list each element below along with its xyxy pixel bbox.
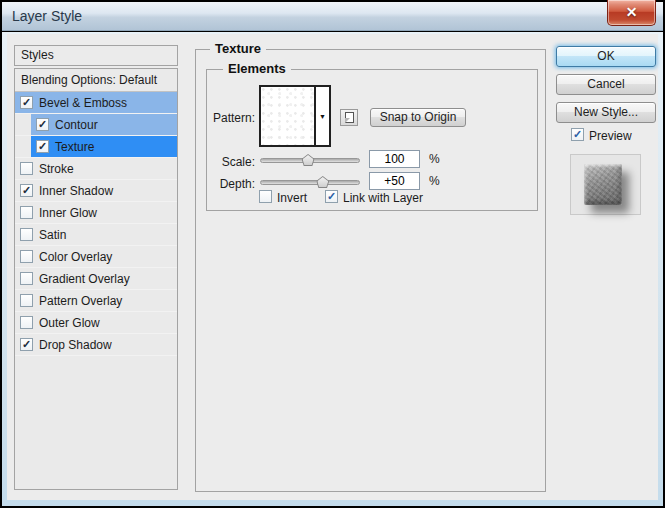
styles-item-blending-options[interactable]: Blending Options: Default bbox=[15, 69, 177, 92]
styles-item-outer-glow[interactable]: Outer Glow bbox=[15, 312, 177, 334]
style-item-checkbox[interactable]: ✓ bbox=[20, 184, 33, 197]
styles-list: Blending Options: Default ✓Bevel & Embos… bbox=[14, 68, 178, 490]
styles-item-satin[interactable]: Satin bbox=[15, 224, 177, 246]
new-style-button[interactable]: New Style... bbox=[556, 102, 656, 123]
styles-item-contour[interactable]: ✓Contour bbox=[15, 114, 177, 136]
styles-item-pattern-overlay[interactable]: Pattern Overlay bbox=[15, 290, 177, 312]
styles-item-stroke[interactable]: Stroke bbox=[15, 158, 177, 180]
texture-group-title: Texture bbox=[210, 41, 266, 56]
style-item-label: Inner Shadow bbox=[39, 184, 113, 198]
style-item-checkbox[interactable] bbox=[20, 162, 33, 175]
depth-label: Depth: bbox=[207, 177, 255, 191]
styles-item-gradient-overlay[interactable]: Gradient Overlay bbox=[15, 268, 177, 290]
styles-panel-header: Styles bbox=[14, 45, 178, 66]
snap-to-origin-button[interactable]: Snap to Origin bbox=[370, 108, 466, 127]
style-item-label: Gradient Overlay bbox=[39, 272, 130, 286]
dialog-content: Styles Blending Options: Default ✓Bevel … bbox=[7, 34, 658, 500]
style-item-checkbox[interactable] bbox=[20, 316, 33, 329]
style-item-label: Bevel & Emboss bbox=[39, 96, 127, 110]
preview-texture-square bbox=[584, 164, 622, 205]
elements-group-box: Elements Pattern: ▼ Snap to Origin Scale… bbox=[206, 69, 538, 211]
invert-checkbox[interactable] bbox=[259, 190, 272, 203]
style-item-checkbox[interactable] bbox=[20, 206, 33, 219]
style-item-checkbox[interactable] bbox=[20, 294, 33, 307]
pattern-dropdown[interactable]: ▼ bbox=[314, 87, 329, 145]
style-item-label: Satin bbox=[39, 228, 66, 242]
elements-group-title: Elements bbox=[223, 61, 291, 76]
pattern-label: Pattern: bbox=[207, 111, 255, 125]
invert-label: Invert bbox=[277, 191, 307, 205]
style-item-checkbox[interactable]: ✓ bbox=[36, 140, 49, 153]
styles-item-drop-shadow[interactable]: ✓Drop Shadow bbox=[15, 334, 177, 356]
pattern-picker[interactable]: ▼ bbox=[259, 85, 331, 147]
preview-checkbox[interactable]: ✓ bbox=[571, 128, 584, 141]
dialog-title: Layer Style bbox=[12, 8, 82, 24]
scale-unit: % bbox=[429, 152, 440, 166]
close-button[interactable]: ✕ bbox=[607, 0, 656, 26]
pattern-swatch[interactable] bbox=[261, 87, 314, 145]
styles-list-items: ✓Bevel & Emboss✓Contour✓TextureStroke✓In… bbox=[15, 92, 177, 356]
scale-value-input[interactable] bbox=[369, 150, 420, 168]
scale-label: Scale: bbox=[207, 155, 255, 169]
titlebar[interactable]: Layer Style bbox=[2, 2, 663, 31]
style-item-checkbox[interactable] bbox=[20, 228, 33, 241]
link-with-layer-checkbox[interactable]: ✓ bbox=[325, 190, 338, 203]
style-preview-thumbnail bbox=[570, 154, 641, 215]
preview-label: Preview bbox=[589, 129, 632, 143]
ok-button[interactable]: OK bbox=[556, 46, 656, 67]
style-item-checkbox[interactable]: ✓ bbox=[20, 338, 33, 351]
style-item-label: Pattern Overlay bbox=[39, 294, 122, 308]
scale-slider-thumb[interactable] bbox=[302, 154, 315, 166]
new-pattern-preset-button[interactable] bbox=[340, 109, 358, 126]
styles-item-bevel-emboss[interactable]: ✓Bevel & Emboss bbox=[15, 92, 177, 114]
depth-slider-thumb[interactable] bbox=[316, 176, 329, 188]
new-preset-icon bbox=[345, 112, 354, 123]
depth-value-input[interactable] bbox=[369, 172, 420, 190]
styles-item-color-overlay[interactable]: Color Overlay bbox=[15, 246, 177, 268]
link-with-layer-label: Link with Layer bbox=[343, 191, 423, 205]
depth-slider[interactable] bbox=[260, 180, 360, 185]
layer-style-dialog: Layer Style ✕ Styles Blending Options: D… bbox=[0, 0, 665, 508]
style-item-label: Outer Glow bbox=[39, 316, 100, 330]
styles-item-inner-glow[interactable]: Inner Glow bbox=[15, 202, 177, 224]
style-item-label: Contour bbox=[55, 118, 98, 132]
styles-item-inner-shadow[interactable]: ✓Inner Shadow bbox=[15, 180, 177, 202]
scale-slider[interactable] bbox=[260, 158, 360, 163]
dropdown-arrow-icon: ▼ bbox=[319, 113, 326, 120]
style-item-label: Stroke bbox=[39, 162, 74, 176]
style-item-label: Drop Shadow bbox=[39, 338, 112, 352]
texture-group-box: Texture Elements Pattern: ▼ Snap to Orig… bbox=[195, 49, 546, 492]
cancel-button[interactable]: Cancel bbox=[556, 74, 656, 95]
close-icon: ✕ bbox=[626, 4, 638, 20]
style-item-label: Inner Glow bbox=[39, 206, 97, 220]
style-item-checkbox[interactable]: ✓ bbox=[20, 96, 33, 109]
style-item-label: Texture bbox=[55, 140, 94, 154]
style-item-checkbox[interactable] bbox=[20, 250, 33, 263]
style-item-checkbox[interactable]: ✓ bbox=[36, 118, 49, 131]
style-item-label: Color Overlay bbox=[39, 250, 112, 264]
style-item-checkbox[interactable] bbox=[20, 272, 33, 285]
depth-unit: % bbox=[429, 174, 440, 188]
window-frame: Styles Blending Options: Default ✓Bevel … bbox=[2, 32, 663, 506]
styles-item-texture[interactable]: ✓Texture bbox=[15, 136, 177, 158]
